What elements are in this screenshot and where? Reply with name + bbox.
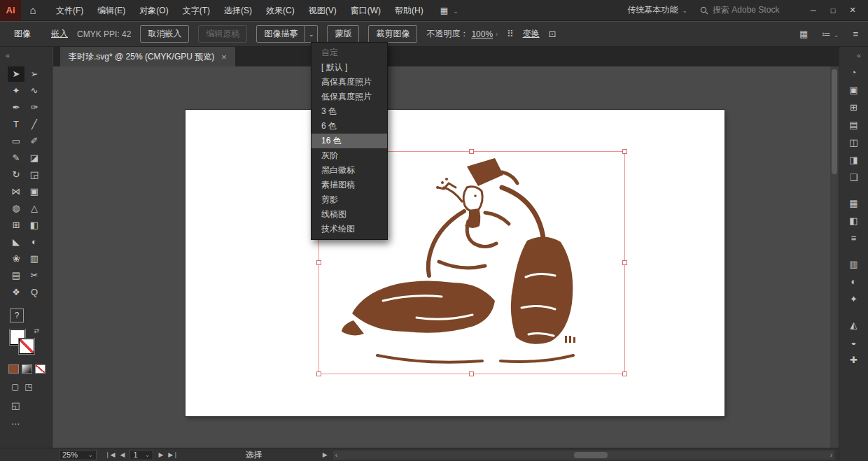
style-dots-icon[interactable]: ⠿ [507, 29, 514, 39]
mesh-tool[interactable]: ⊞ [8, 218, 24, 233]
none-button[interactable] [35, 364, 46, 374]
blend-tool[interactable]: ◐ [26, 234, 43, 250]
next-artboard-icon[interactable]: ▶ [158, 451, 163, 458]
selection-handle-e[interactable] [622, 260, 627, 265]
preset-sketch-art[interactable]: 素描图稿 [312, 178, 387, 192]
column-graph-tool[interactable]: ▥ [26, 251, 43, 267]
preset-hifi-photo[interactable]: 高保真度照片 [312, 75, 387, 90]
shape-builder-tool[interactable]: ◍ [8, 201, 24, 216]
line-segment-tool[interactable]: ╱ [26, 117, 43, 132]
magic-wand-tool[interactable]: ✦ [8, 83, 24, 99]
image-trace-preset-chevron[interactable]: ⌄ [305, 25, 318, 43]
screen-mode-icon[interactable]: ◱ [11, 400, 52, 411]
pen-tool[interactable]: ✒ [8, 100, 24, 115]
preset-6-colors[interactable]: 6 色 [312, 119, 387, 134]
menu-effect[interactable]: 效果(C) [259, 0, 302, 21]
hamburger-menu-icon[interactable]: ≡ [853, 29, 858, 39]
menu-select[interactable]: 选择(S) [217, 0, 259, 21]
mask-button[interactable]: 蒙版 [327, 25, 359, 43]
scroll-right-icon[interactable]: › [830, 451, 832, 459]
menu-file[interactable]: 文件(F) [49, 0, 90, 21]
type-tool[interactable]: T [8, 117, 24, 132]
preset-16-colors[interactable]: 16 色 [312, 134, 387, 148]
stock-search-input[interactable]: 搜索 Adobe Stock [700, 4, 791, 16]
tab-close-icon[interactable]: × [221, 52, 227, 62]
help-tool-icon[interactable]: ? [10, 308, 24, 322]
gradient-button[interactable] [22, 364, 32, 374]
preset-3-colors[interactable]: 3 色 [312, 104, 387, 119]
arrange-documents-icon[interactable]: ▦ ⌄ [440, 6, 460, 15]
panel-icon-11[interactable]: ▥ [845, 255, 863, 273]
prev-artboard-icon[interactable]: ◀ [120, 451, 125, 458]
home-button[interactable]: ⌂ [21, 0, 45, 21]
scroll-left-icon[interactable]: ‹ [335, 451, 337, 459]
panel-icon-2[interactable]: ▣ [845, 81, 863, 99]
selection-handle-ne[interactable] [622, 149, 627, 154]
selection-tool[interactable]: ➤ [8, 66, 24, 82]
panel-icon-16[interactable]: ✚ [845, 351, 863, 369]
bounding-box-icon[interactable]: ⊡ [549, 29, 556, 39]
eraser-tool[interactable]: ◪ [26, 150, 43, 166]
grid-arrange-icon[interactable]: ▦ [799, 29, 808, 39]
status-expand-icon[interactable]: ▶ [323, 451, 328, 458]
panel-icon-14[interactable]: ◭ [845, 316, 863, 334]
vertical-scrollbar-thumb[interactable] [832, 69, 837, 174]
panel-icon-4[interactable]: ▤ [845, 116, 863, 134]
menu-help[interactable]: 帮助(H) [388, 0, 430, 21]
width-tool[interactable]: ⋈ [8, 184, 24, 199]
panel-icon-10[interactable]: ≡ [845, 229, 863, 247]
selection-handle-s[interactable] [469, 371, 474, 376]
panel-icon-13[interactable]: ✦ [845, 290, 863, 308]
document-tab[interactable]: 李时珍.svg* @ 25% (CMYK/GPU 预览) × [60, 47, 235, 66]
edit-toolbar-icon[interactable]: ⋯ [11, 419, 52, 429]
collapse-tools-icon[interactable]: « [0, 47, 52, 64]
expand-panels-icon[interactable]: « [857, 47, 868, 64]
crop-image-button[interactable]: 裁剪图像 [368, 25, 417, 43]
menu-object[interactable]: 对象(O) [132, 0, 175, 21]
unembed-button[interactable]: 取消嵌入 [140, 25, 189, 43]
first-artboard-icon[interactable]: ❘◀ [105, 451, 115, 458]
panel-icon-7[interactable]: ❑ [845, 169, 863, 186]
menu-window[interactable]: 窗口(W) [344, 0, 388, 21]
color-button[interactable] [8, 364, 19, 374]
vertical-scrollbar[interactable] [830, 66, 839, 448]
image-trace-button[interactable]: 图像描摹 [256, 25, 305, 43]
preset-technical[interactable]: 技术绘图 [312, 222, 387, 236]
free-transform-tool[interactable]: ▣ [26, 184, 43, 199]
selection-handle-n[interactable] [469, 149, 474, 154]
artboard-tool[interactable]: ▤ [8, 268, 24, 283]
panel-icon-6[interactable]: ◨ [845, 151, 863, 169]
panel-icon-15[interactable]: ◒ [845, 334, 863, 351]
panel-icon-9[interactable]: ◧ [845, 212, 863, 229]
eyedropper-tool[interactable]: ◣ [8, 234, 24, 250]
preset-grayscale[interactable]: 灰阶 [312, 148, 387, 163]
panel-icon-3[interactable]: ⊞ [845, 99, 863, 116]
pencil-tool[interactable]: ✎ [8, 150, 24, 166]
zoom-level-select[interactable]: 25% ⌄ [59, 450, 97, 460]
direct-selection-tool[interactable]: ➢ [26, 66, 43, 82]
preset-silhouette[interactable]: 剪影 [312, 192, 387, 207]
perspective-grid-tool[interactable]: △ [26, 201, 43, 216]
transform-link[interactable]: 变换 [523, 28, 540, 40]
preset-lofi-photo[interactable]: 低保真度照片 [312, 90, 387, 104]
panel-icon-1[interactable]: ◔ [845, 64, 863, 81]
draw-behind-icon[interactable]: ◳ [24, 382, 32, 392]
artboard-number-select[interactable]: 1 ⌄ [130, 450, 153, 460]
lasso-tool[interactable]: ∿ [26, 83, 43, 99]
menu-view[interactable]: 视图(V) [302, 0, 344, 21]
slice-tool[interactable]: ✂ [26, 268, 43, 283]
symbol-sprayer-tool[interactable]: ❀ [8, 251, 24, 267]
hand-tool[interactable]: ❖ [8, 285, 24, 300]
swap-fill-stroke-icon[interactable]: ⇄ [34, 327, 39, 334]
opacity-control[interactable]: 不透明度： 100% › [426, 28, 498, 40]
close-button[interactable]: ✕ [843, 0, 862, 21]
maximize-button[interactable]: □ [823, 0, 843, 21]
last-artboard-icon[interactable]: ▶❘ [168, 451, 178, 458]
panel-icon-12[interactable]: ◐ [845, 273, 863, 290]
horizontal-scrollbar-thumb[interactable] [574, 452, 608, 458]
panel-list-icon[interactable]: ≔ ⌄ [822, 29, 839, 39]
rectangle-tool[interactable]: ▭ [8, 134, 24, 149]
fill-stroke-control[interactable]: ⇄ [10, 329, 36, 356]
scale-tool[interactable]: ◲ [26, 167, 43, 183]
preset-line-art[interactable]: 线稿图 [312, 207, 387, 222]
